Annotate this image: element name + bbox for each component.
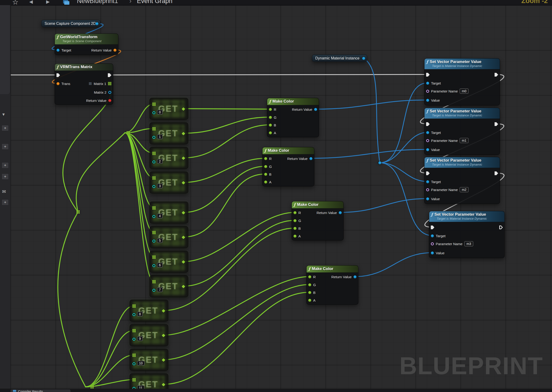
parameter-name-pin[interactable] xyxy=(426,90,429,93)
dropdown-chevron-icon[interactable]: ▾ xyxy=(2,112,5,117)
variable-node-dmi[interactable]: Dynamic Material Instance xyxy=(312,55,367,62)
index-value-box[interactable]: 2 xyxy=(157,159,163,164)
a-input-pin[interactable] xyxy=(308,299,311,302)
g-input-pin[interactable] xyxy=(264,165,267,168)
b-input-pin[interactable] xyxy=(308,291,311,294)
object-output-pin[interactable] xyxy=(362,57,365,60)
index-value-box[interactable]: 3 xyxy=(157,184,163,188)
matrix1-output-pin[interactable] xyxy=(108,82,111,85)
index-value-box[interactable]: 5 xyxy=(157,238,163,243)
index-input-pin[interactable] xyxy=(152,185,155,188)
breadcrumb-event-graph[interactable]: Event Graph xyxy=(137,0,172,5)
exec-out-pin[interactable] xyxy=(495,122,498,126)
r-input-pin[interactable] xyxy=(264,157,267,160)
return-value-pin[interactable] xyxy=(353,275,357,278)
index-value-box[interactable]: 4 xyxy=(157,214,163,218)
make-color-node[interactable]: ƒMake ColorRGBAReturn Value xyxy=(262,147,314,186)
back-button[interactable]: ◄ xyxy=(28,0,34,5)
array-get-node[interactable]: GET0 xyxy=(150,98,188,120)
array-get-node[interactable]: GET1 xyxy=(150,122,188,144)
matrix-icon[interactable] xyxy=(89,82,91,85)
add-button[interactable]: + xyxy=(2,144,9,150)
a-input-pin[interactable] xyxy=(269,131,272,134)
return-value-pin[interactable] xyxy=(314,108,317,111)
index-input-pin[interactable] xyxy=(132,338,136,341)
array-input-pin[interactable] xyxy=(152,103,156,106)
array-get-node[interactable]: GET8 xyxy=(130,300,168,322)
index-value-box[interactable]: 1 xyxy=(157,134,163,139)
value-pin[interactable] xyxy=(426,197,429,200)
exec-out-pin[interactable] xyxy=(108,73,111,77)
exec-out-pin[interactable] xyxy=(495,171,498,175)
parameter-name-value-box[interactable]: m2 xyxy=(460,187,468,192)
add-button[interactable]: + xyxy=(2,199,9,205)
array-input-pin[interactable] xyxy=(152,255,156,259)
index-input-pin[interactable] xyxy=(152,215,155,218)
array-get-node[interactable]: GET9 xyxy=(130,324,168,346)
array-get-node[interactable]: GET3 xyxy=(150,172,188,193)
return-value-pin[interactable] xyxy=(108,99,111,102)
b-input-pin[interactable] xyxy=(264,173,267,176)
index-value-box[interactable]: 8 xyxy=(137,312,143,316)
g-input-pin[interactable] xyxy=(308,283,311,286)
array-input-pin[interactable] xyxy=(132,354,136,357)
index-value-box[interactable]: 7 xyxy=(157,287,163,292)
value-pin[interactable] xyxy=(426,148,429,151)
a-input-pin[interactable] xyxy=(294,235,296,238)
value-pin[interactable] xyxy=(431,252,434,255)
parameter-name-value-box[interactable]: m3 xyxy=(464,241,473,246)
exec-in-pin[interactable] xyxy=(426,122,430,126)
r-input-pin[interactable] xyxy=(308,275,311,278)
index-input-pin[interactable] xyxy=(152,289,155,292)
exec-out-pin[interactable] xyxy=(495,73,498,77)
vrmtrans-matrix-node[interactable]: ƒVRMTrans MatrixTransMatrix 1Matrix 2Ret… xyxy=(55,63,113,105)
set-vector-parameter-value-node[interactable]: ƒSet Vector Parameter ValueTarget is Mat… xyxy=(429,211,505,258)
array-input-pin[interactable] xyxy=(152,152,156,155)
reroute-node[interactable] xyxy=(378,161,381,164)
add-button[interactable]: + xyxy=(2,174,9,180)
exec-in-pin[interactable] xyxy=(426,171,430,175)
value-pin[interactable] xyxy=(426,99,429,102)
return-value-pin[interactable] xyxy=(309,157,312,160)
array-get-node[interactable]: GET2 xyxy=(150,147,188,169)
target-pin[interactable] xyxy=(57,49,59,52)
target-pin[interactable] xyxy=(426,180,429,183)
breadcrumb-blueprint-name[interactable]: NewBlueprint1 xyxy=(77,0,118,5)
exec-in-pin[interactable] xyxy=(57,73,60,77)
make-color-node[interactable]: ƒMake ColorRGBAReturn Value xyxy=(306,265,358,305)
index-input-pin[interactable] xyxy=(152,264,155,267)
reroute-node[interactable] xyxy=(127,131,130,134)
b-input-pin[interactable] xyxy=(294,227,296,230)
reroute-node[interactable] xyxy=(91,385,94,388)
target-pin[interactable] xyxy=(426,82,429,85)
add-button[interactable]: + xyxy=(2,125,9,131)
reroute-node[interactable] xyxy=(76,210,80,214)
trans-pin[interactable] xyxy=(57,82,59,85)
b-input-pin[interactable] xyxy=(269,124,272,127)
index-input-pin[interactable] xyxy=(152,239,155,243)
parameter-name-pin[interactable] xyxy=(426,139,429,142)
forward-button[interactable]: ► xyxy=(45,0,51,5)
array-input-pin[interactable] xyxy=(132,304,136,308)
make-color-node[interactable]: ƒMake ColorRGBAReturn Value xyxy=(267,98,319,137)
mail-icon[interactable]: ✉ xyxy=(2,189,6,194)
set-vector-parameter-value-node[interactable]: ƒSet Vector Parameter ValueTarget is Mat… xyxy=(424,157,500,204)
index-input-pin[interactable] xyxy=(152,136,155,139)
compiler-results-tab[interactable]: Compiler Results xyxy=(10,389,71,392)
index-value-box[interactable]: 0 xyxy=(157,110,163,114)
index-input-pin[interactable] xyxy=(132,313,136,316)
variable-node-scenecap[interactable]: Scene Capture Component 2D xyxy=(41,20,100,27)
exec-in-pin[interactable] xyxy=(431,225,434,229)
parameter-name-pin[interactable] xyxy=(426,188,429,191)
set-vector-parameter-value-node[interactable]: ƒSet Vector Parameter ValueTarget is Mat… xyxy=(424,108,500,155)
array-get-node[interactable]: GET7 xyxy=(150,275,188,297)
index-value-box[interactable]: 6 xyxy=(157,263,163,267)
target-pin[interactable] xyxy=(431,234,434,238)
r-input-pin[interactable] xyxy=(294,211,296,214)
add-button[interactable]: + xyxy=(2,162,9,168)
index-value-box[interactable]: 10 xyxy=(137,361,145,365)
parameter-name-value-box[interactable]: m1 xyxy=(460,138,468,143)
parameter-name-value-box[interactable]: m0 xyxy=(460,89,468,94)
object-output-pin[interactable] xyxy=(95,22,99,25)
array-input-pin[interactable] xyxy=(152,127,156,130)
